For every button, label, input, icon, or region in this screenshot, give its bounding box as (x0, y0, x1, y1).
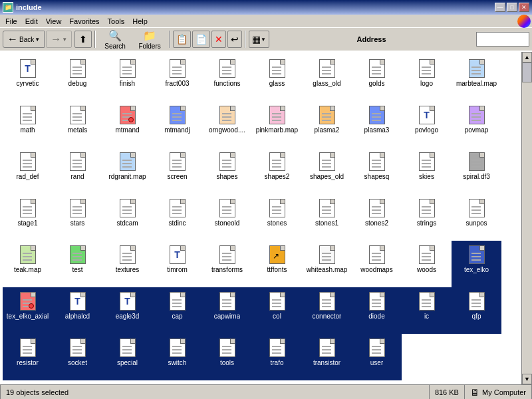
address-bar[interactable] (476, 32, 529, 47)
undo-button[interactable]: ↩ (227, 31, 242, 48)
menu-file[interactable]: File (1, 16, 21, 27)
menu-view[interactable]: View (42, 16, 66, 27)
file-item[interactable]: functions (202, 55, 252, 101)
file-item[interactable]: stars (53, 194, 102, 241)
file-item[interactable]: metals (53, 101, 102, 148)
forward-button[interactable]: → ▼ (46, 31, 72, 48)
file-item[interactable]: Talphalcd (53, 287, 102, 334)
search-button[interactable]: 🔍 Search (98, 29, 132, 49)
file-item[interactable]: stones1 (302, 194, 352, 241)
file-list[interactable]: Tcyrveticdebugfinishfract003functionsgla… (0, 52, 521, 384)
file-item[interactable]: test (53, 241, 102, 287)
file-item[interactable]: tex_elko_axial (3, 287, 53, 334)
file-item[interactable]: mtmandj (152, 101, 202, 148)
file-item[interactable]: stdcam (102, 194, 152, 241)
file-item[interactable]: woods (402, 241, 452, 287)
delete-button[interactable]: ✕ (211, 31, 226, 48)
file-item[interactable]: math (3, 101, 53, 148)
file-item[interactable]: stoneold (202, 194, 252, 241)
file-item[interactable]: strings (402, 194, 452, 241)
minimize-button[interactable]: — (495, 3, 505, 12)
file-item[interactable]: ic (402, 287, 452, 334)
file-item[interactable]: connector (302, 287, 352, 334)
copy-button[interactable]: 📄 (192, 31, 210, 48)
up-button[interactable]: ⬆ (74, 31, 92, 48)
file-name: shapes2 (265, 173, 290, 181)
file-name: cyrvetic (17, 80, 39, 88)
file-item[interactable]: cap (152, 287, 202, 334)
file-item[interactable]: skies (402, 148, 452, 194)
file-item[interactable]: resistor (3, 334, 53, 380)
scrollbar[interactable]: ▲ ▼ (521, 52, 532, 384)
file-item[interactable]: switch (152, 334, 202, 380)
move-button[interactable]: 📋 (173, 31, 191, 48)
views-button[interactable]: ▦ ▼ (249, 31, 269, 48)
back-button[interactable]: ← Back ▼ (3, 31, 45, 48)
file-item[interactable]: woodmaps (352, 241, 402, 287)
winxp-logo (517, 15, 531, 28)
file-item[interactable]: special (102, 334, 152, 380)
file-item[interactable]: plasma3 (352, 101, 402, 148)
file-item[interactable]: povmap (452, 101, 501, 148)
file-item[interactable]: shapes (202, 148, 252, 194)
scroll-down[interactable]: ▼ (522, 374, 532, 384)
file-item[interactable]: capwima (202, 287, 252, 334)
menu-help[interactable]: Help (128, 16, 152, 27)
maximize-button[interactable]: □ (507, 3, 517, 12)
file-name: glass_old (313, 80, 340, 88)
file-item[interactable]: screen (152, 148, 202, 194)
file-item[interactable]: tools (202, 334, 252, 380)
close-button[interactable]: ✕ (519, 3, 529, 12)
file-item[interactable]: shapes2 (252, 148, 302, 194)
file-item[interactable]: sunpos (452, 194, 501, 241)
file-item[interactable]: transistor (302, 334, 352, 380)
file-item[interactable]: textures (102, 241, 152, 287)
file-item[interactable]: tex_elko (452, 241, 501, 287)
file-item[interactable]: col (252, 287, 302, 334)
file-item[interactable]: orngwood.... (202, 101, 252, 148)
file-item[interactable]: glass (252, 55, 302, 101)
folders-button[interactable]: 📁 Folders (133, 29, 166, 49)
file-item[interactable]: Teagle3d (102, 287, 152, 334)
file-item[interactable]: plasma2 (302, 101, 352, 148)
menu-edit[interactable]: Edit (21, 16, 42, 27)
file-item[interactable]: rand (53, 148, 102, 194)
file-item[interactable]: finish (102, 55, 152, 101)
file-item[interactable]: trafo (252, 334, 302, 380)
file-item[interactable]: stage1 (3, 194, 53, 241)
file-item[interactable]: logo (402, 55, 452, 101)
file-item[interactable]: ↗ttffonts (252, 241, 302, 287)
menu-favorites[interactable]: Favorites (65, 16, 103, 27)
file-item[interactable]: rad_def (3, 148, 53, 194)
back-button-group[interactable]: ← Back ▼ (3, 31, 45, 48)
file-item[interactable]: stones (252, 194, 302, 241)
file-item[interactable]: fract003 (152, 55, 202, 101)
file-item[interactable]: Tpovlogo (402, 101, 452, 148)
file-item[interactable]: diode (352, 287, 402, 334)
file-item[interactable]: stones2 (352, 194, 402, 241)
file-item[interactable]: spiral.df3 (452, 148, 501, 194)
file-item[interactable]: stdinc (152, 194, 202, 241)
file-item[interactable]: Tcyrvetic (3, 55, 53, 101)
scroll-up[interactable]: ▲ (522, 52, 532, 63)
menu-tools[interactable]: Tools (104, 16, 129, 27)
file-name: rad_def (17, 173, 39, 181)
file-item[interactable]: Ttimrom (152, 241, 202, 287)
file-item[interactable]: socket (53, 334, 102, 380)
file-item[interactable]: whiteash.map (302, 241, 352, 287)
file-item[interactable]: shapes_old (302, 148, 352, 194)
file-item[interactable]: user (352, 334, 402, 380)
file-item[interactable]: transforms (202, 241, 252, 287)
file-item[interactable]: teak.map (3, 241, 53, 287)
file-item[interactable]: debug (53, 55, 102, 101)
file-item[interactable]: rdgranit.map (102, 148, 152, 194)
scroll-thumb[interactable] (522, 63, 532, 82)
file-item[interactable]: qfp (452, 287, 501, 334)
toolbar-separator-2 (169, 31, 170, 48)
file-item[interactable]: glass_old (302, 55, 352, 101)
file-item[interactable]: mtmand (102, 101, 152, 148)
file-item[interactable]: golds (352, 55, 402, 101)
file-item[interactable]: pinkmarb.map (252, 101, 302, 148)
file-item[interactable]: marbteal.map (452, 55, 501, 101)
file-item[interactable]: shapesq (352, 148, 402, 194)
